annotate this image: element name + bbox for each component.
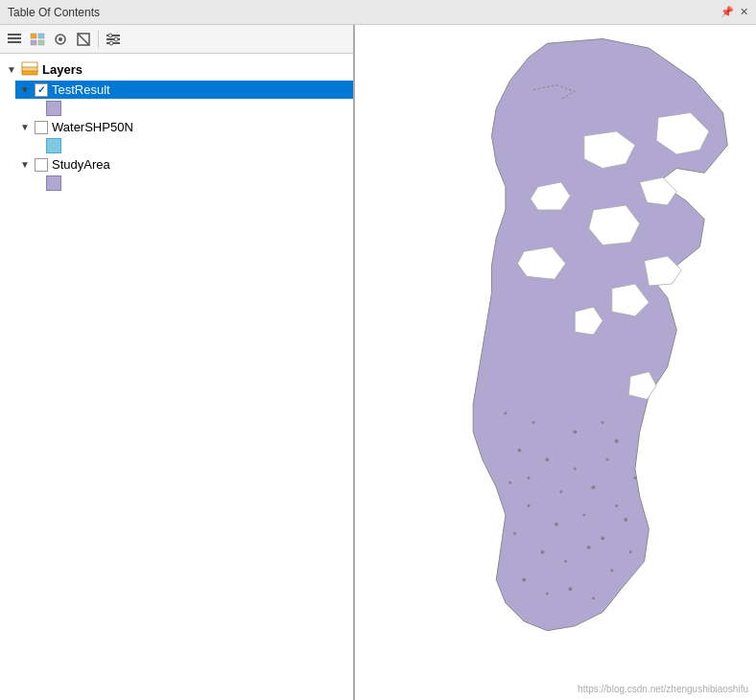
visibility-view-button[interactable] [73, 29, 94, 50]
root-label-row: ▼ Layers [0, 59, 353, 79]
title-bar-icons: 📌 ✕ [721, 6, 748, 18]
svg-point-36 [587, 546, 591, 549]
title-bar: Table Of Contents 📌 ✕ [0, 0, 756, 25]
studyarea-label: StudyArea [52, 157, 110, 172]
testresult-symbol-box [46, 101, 61, 116]
testresult-expand-btn[interactable]: ▼ [19, 84, 31, 96]
svg-point-39 [573, 430, 577, 433]
svg-rect-1 [8, 37, 21, 39]
studyarea-checkbox[interactable] [35, 158, 48, 172]
layer-item-studyarea: ▼ StudyArea [15, 155, 353, 191]
watermark: https://blog.csdn.net/zhengushibiaoshifu [578, 684, 748, 694]
svg-point-29 [555, 523, 558, 526]
svg-line-10 [78, 34, 89, 45]
testresult-checkbox[interactable] [35, 83, 48, 97]
svg-point-30 [582, 514, 585, 517]
list-view-button[interactable] [4, 29, 25, 50]
svg-point-27 [606, 458, 609, 461]
svg-rect-4 [38, 34, 44, 38]
svg-point-8 [59, 37, 62, 41]
watershp50n-expand-btn[interactable]: ▼ [19, 122, 31, 133]
toc-tree: ▼ Layers ▼ [0, 54, 353, 700]
svg-point-23 [545, 457, 549, 461]
layer-item-watershp50n: ▼ WaterSHP50N [15, 118, 353, 153]
layer-view-button[interactable] [27, 29, 48, 50]
svg-point-25 [574, 467, 577, 470]
watershp50n-label: WaterSHP50N [52, 120, 133, 134]
layer-item-testresult: ▼ TestResult [15, 81, 353, 116]
svg-rect-0 [8, 34, 21, 35]
studyarea-symbol [46, 175, 353, 191]
svg-point-43 [522, 578, 526, 582]
options-button[interactable] [103, 29, 124, 50]
svg-point-41 [615, 439, 619, 443]
map-area[interactable]: https://blog.csdn.net/zhengushibiaoshifu [355, 25, 756, 700]
svg-rect-6 [38, 40, 44, 45]
studyarea-symbol-box [46, 175, 61, 191]
title-text: Table Of Contents [8, 6, 100, 19]
svg-point-48 [633, 477, 636, 479]
svg-point-42 [504, 412, 507, 415]
toc-panel: ▼ Layers ▼ [0, 25, 355, 700]
studyarea-expand-btn[interactable]: ▼ [19, 159, 31, 171]
svg-point-47 [508, 481, 511, 484]
testresult-label: TestResult [52, 82, 110, 97]
layer-row-watershp50n[interactable]: ▼ WaterSHP50N [15, 118, 353, 136]
title-bar-left: Table Of Contents [8, 6, 100, 19]
svg-point-22 [528, 477, 531, 479]
svg-point-31 [601, 536, 604, 540]
watershp50n-symbol-box [46, 138, 61, 153]
close-icon[interactable]: ✕ [740, 6, 748, 18]
svg-point-14 [108, 34, 112, 37]
svg-point-50 [629, 550, 632, 553]
svg-point-34 [541, 550, 545, 554]
root-text: Layers [42, 62, 83, 77]
watershp50n-symbol [46, 138, 353, 153]
svg-point-16 [109, 41, 113, 45]
main-layout: ▼ Layers ▼ [0, 25, 756, 700]
root-expand-button[interactable]: ▼ [6, 63, 17, 75]
svg-point-33 [513, 532, 516, 535]
svg-point-45 [569, 587, 573, 591]
testresult-symbol [46, 101, 353, 116]
source-view-button[interactable] [50, 29, 71, 50]
svg-point-32 [615, 504, 618, 507]
svg-point-49 [624, 518, 627, 522]
svg-point-37 [610, 570, 613, 572]
svg-point-40 [602, 421, 604, 424]
watershp50n-checkbox[interactable] [35, 121, 48, 134]
layer-group: ▼ TestResult ▼ WaterSHP50N [0, 81, 353, 191]
svg-rect-3 [31, 34, 36, 38]
layer-row-studyarea[interactable]: ▼ StudyArea [15, 155, 353, 174]
svg-point-46 [592, 596, 595, 599]
svg-point-35 [564, 560, 567, 563]
svg-point-38 [532, 421, 534, 424]
svg-point-21 [517, 449, 521, 453]
svg-point-15 [114, 37, 118, 41]
svg-rect-19 [22, 62, 37, 67]
toc-toolbar [0, 25, 353, 54]
toolbar-separator [98, 31, 99, 48]
svg-rect-5 [31, 40, 36, 45]
svg-point-28 [528, 504, 531, 507]
map-svg [355, 25, 756, 700]
svg-point-26 [592, 485, 596, 489]
layers-root: ▼ Layers ▼ [0, 58, 353, 195]
layer-row-testresult[interactable]: ▼ TestResult [15, 81, 353, 99]
pin-icon[interactable]: 📌 [721, 6, 734, 18]
layers-icon [21, 61, 38, 77]
svg-point-24 [559, 491, 562, 494]
svg-rect-2 [8, 41, 21, 43]
svg-point-44 [546, 593, 549, 595]
